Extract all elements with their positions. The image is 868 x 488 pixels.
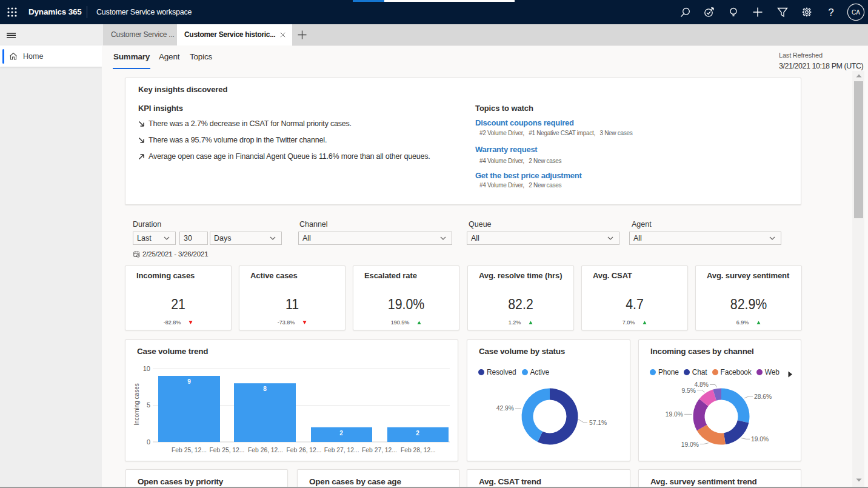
svg-text:Feb 28, 12...: Feb 28, 12... xyxy=(401,447,436,453)
svg-text:19.0%: 19.0% xyxy=(666,411,683,418)
svg-text:0: 0 xyxy=(147,438,150,446)
svg-text:4.8%: 4.8% xyxy=(695,381,709,388)
svg-text:9: 9 xyxy=(187,378,191,385)
svg-text:19.0%: 19.0% xyxy=(751,436,769,443)
svg-text:28.6%: 28.6% xyxy=(754,393,772,400)
svg-text:42.9%: 42.9% xyxy=(496,405,514,412)
svg-text:10: 10 xyxy=(143,365,150,372)
svg-text:2: 2 xyxy=(339,430,343,436)
svg-text:CA: CA xyxy=(852,9,860,16)
svg-text:19.0%: 19.0% xyxy=(681,441,699,448)
svg-text:Feb 26, 12...: Feb 26, 12... xyxy=(248,447,283,453)
svg-text:2: 2 xyxy=(416,430,419,436)
svg-text:9.5%: 9.5% xyxy=(682,387,696,394)
svg-text:Feb 25, 12...: Feb 25, 12... xyxy=(172,447,207,453)
svg-text:Feb 26, 12...: Feb 26, 12... xyxy=(287,447,322,453)
svg-text:Feb 25, 12...: Feb 25, 12... xyxy=(210,447,245,453)
svg-text:57.1%: 57.1% xyxy=(589,419,607,426)
svg-text:5: 5 xyxy=(147,401,150,409)
svg-text:?: ? xyxy=(828,7,833,18)
svg-text:8: 8 xyxy=(263,386,267,392)
svg-text:Feb 27, 12...: Feb 27, 12... xyxy=(324,447,359,453)
svg-text:Feb 27, 12...: Feb 27, 12... xyxy=(362,447,397,453)
svg-text:Incoming cases: Incoming cases xyxy=(133,383,140,425)
